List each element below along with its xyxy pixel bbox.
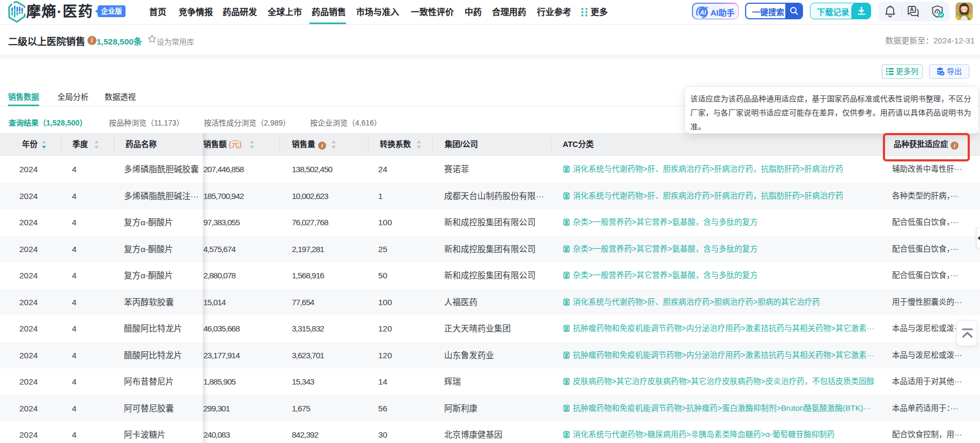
svg-text:AI: AI (699, 9, 706, 15)
